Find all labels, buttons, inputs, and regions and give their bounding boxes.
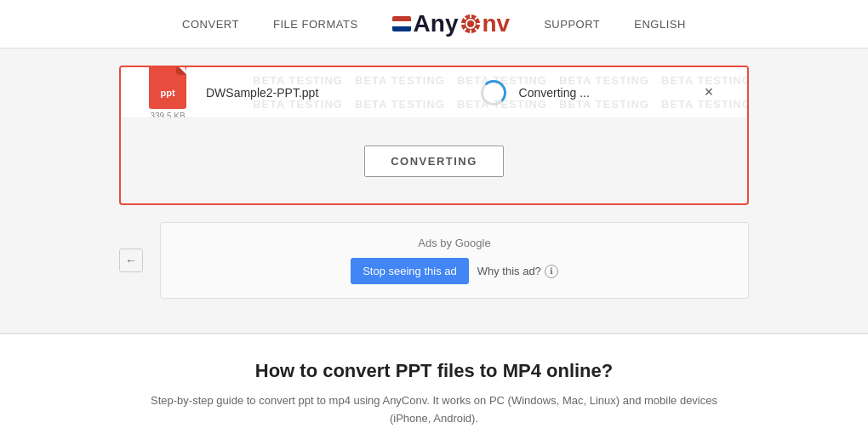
ads-row: Stop seeing this ad Why this ad? ℹ bbox=[351, 258, 558, 284]
why-ad-info-icon: ℹ bbox=[545, 265, 558, 278]
close-button[interactable]: × bbox=[688, 83, 730, 101]
file-name: DWSample2-PPT.ppt bbox=[197, 86, 468, 100]
site-header: CONVERT FILE FORMATS Any nv SUP bbox=[0, 0, 868, 49]
converter-card: BETA TESTING BETA TESTING BETA TESTING B… bbox=[119, 66, 749, 205]
why-ad-link[interactable]: Why this ad? ℹ bbox=[477, 265, 558, 278]
nav-convert[interactable]: CONVERT bbox=[182, 18, 239, 31]
logo-gear-icon bbox=[460, 13, 482, 35]
ad-content: Ads by Google Stop seeing this ad Why th… bbox=[160, 222, 749, 299]
bottom-description: Step-by-step guide to convert ppt to mp4… bbox=[136, 392, 732, 428]
converting-button: CONVERTING bbox=[364, 146, 504, 177]
converting-status: Converting ... bbox=[519, 86, 688, 100]
site-logo[interactable]: Any nv bbox=[392, 10, 511, 37]
stop-seeing-ad-button[interactable]: Stop seeing this ad bbox=[351, 258, 469, 284]
file-size: 339.5 KB bbox=[150, 111, 185, 119]
bottom-title: How to convert PPT files to MP4 online? bbox=[34, 360, 834, 382]
nav-english[interactable]: ENGLISH bbox=[634, 18, 686, 31]
file-icon-wrap: ppt 339.5 KB bbox=[138, 67, 197, 118]
converting-area: CONVERTING bbox=[121, 118, 747, 203]
logo-conv: nv bbox=[483, 10, 511, 37]
nav-file-formats[interactable]: FILE FORMATS bbox=[273, 18, 358, 31]
main-content: BETA TESTING BETA TESTING BETA TESTING B… bbox=[0, 49, 868, 333]
watermark-band: BETA TESTING BETA TESTING BETA TESTING B… bbox=[121, 67, 747, 118]
ad-back-button[interactable]: ← bbox=[119, 248, 143, 272]
file-extension: ppt bbox=[160, 88, 174, 98]
ad-section: ← Ads by Google Stop seeing this ad Why … bbox=[119, 205, 749, 316]
ads-by-google: Ads by Google bbox=[418, 237, 490, 249]
loading-spinner bbox=[481, 80, 506, 106]
logo-any: Any bbox=[414, 10, 459, 37]
file-info-row: ppt 339.5 KB DWSample2-PPT.ppt Convertin… bbox=[138, 67, 730, 118]
bottom-section: How to convert PPT files to MP4 online? … bbox=[0, 334, 868, 434]
spinner-wrap bbox=[468, 80, 519, 106]
nav-support[interactable]: SUPPORT bbox=[544, 18, 600, 31]
why-ad-text: Why this ad? bbox=[477, 265, 541, 277]
file-icon: ppt bbox=[149, 67, 186, 109]
